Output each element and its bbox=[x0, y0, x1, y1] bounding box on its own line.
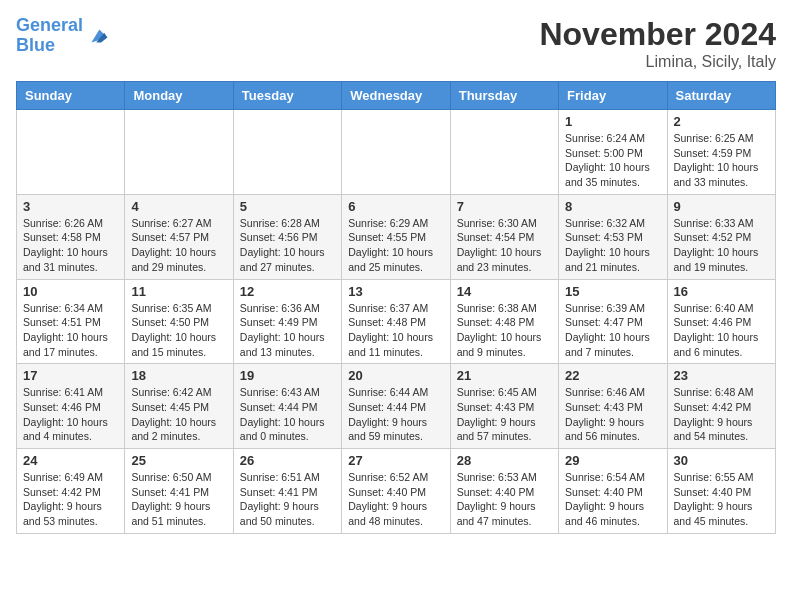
day-info: Sunrise: 6:38 AM Sunset: 4:48 PM Dayligh… bbox=[457, 301, 552, 360]
day-number: 17 bbox=[23, 368, 118, 383]
calendar-week-row: 17Sunrise: 6:41 AM Sunset: 4:46 PM Dayli… bbox=[17, 364, 776, 449]
weekday-header-sunday: Sunday bbox=[17, 82, 125, 110]
day-number: 1 bbox=[565, 114, 660, 129]
weekday-header-friday: Friday bbox=[559, 82, 667, 110]
day-number: 6 bbox=[348, 199, 443, 214]
day-number: 26 bbox=[240, 453, 335, 468]
weekday-header-monday: Monday bbox=[125, 82, 233, 110]
day-number: 28 bbox=[457, 453, 552, 468]
day-number: 9 bbox=[674, 199, 769, 214]
day-info: Sunrise: 6:53 AM Sunset: 4:40 PM Dayligh… bbox=[457, 470, 552, 529]
day-number: 25 bbox=[131, 453, 226, 468]
day-info: Sunrise: 6:36 AM Sunset: 4:49 PM Dayligh… bbox=[240, 301, 335, 360]
day-number: 27 bbox=[348, 453, 443, 468]
day-info: Sunrise: 6:35 AM Sunset: 4:50 PM Dayligh… bbox=[131, 301, 226, 360]
calendar-cell bbox=[342, 110, 450, 195]
calendar-cell: 11Sunrise: 6:35 AM Sunset: 4:50 PM Dayli… bbox=[125, 279, 233, 364]
calendar-cell: 27Sunrise: 6:52 AM Sunset: 4:40 PM Dayli… bbox=[342, 449, 450, 534]
calendar-cell: 17Sunrise: 6:41 AM Sunset: 4:46 PM Dayli… bbox=[17, 364, 125, 449]
calendar-cell: 29Sunrise: 6:54 AM Sunset: 4:40 PM Dayli… bbox=[559, 449, 667, 534]
calendar-cell: 9Sunrise: 6:33 AM Sunset: 4:52 PM Daylig… bbox=[667, 194, 775, 279]
weekday-header-row: SundayMondayTuesdayWednesdayThursdayFrid… bbox=[17, 82, 776, 110]
calendar-week-row: 10Sunrise: 6:34 AM Sunset: 4:51 PM Dayli… bbox=[17, 279, 776, 364]
day-info: Sunrise: 6:32 AM Sunset: 4:53 PM Dayligh… bbox=[565, 216, 660, 275]
logo-line1: General bbox=[16, 15, 83, 35]
day-info: Sunrise: 6:42 AM Sunset: 4:45 PM Dayligh… bbox=[131, 385, 226, 444]
calendar-cell: 1Sunrise: 6:24 AM Sunset: 5:00 PM Daylig… bbox=[559, 110, 667, 195]
day-info: Sunrise: 6:24 AM Sunset: 5:00 PM Dayligh… bbox=[565, 131, 660, 190]
day-number: 8 bbox=[565, 199, 660, 214]
day-info: Sunrise: 6:49 AM Sunset: 4:42 PM Dayligh… bbox=[23, 470, 118, 529]
calendar-cell bbox=[233, 110, 341, 195]
calendar-cell: 13Sunrise: 6:37 AM Sunset: 4:48 PM Dayli… bbox=[342, 279, 450, 364]
calendar-cell: 8Sunrise: 6:32 AM Sunset: 4:53 PM Daylig… bbox=[559, 194, 667, 279]
calendar-week-row: 3Sunrise: 6:26 AM Sunset: 4:58 PM Daylig… bbox=[17, 194, 776, 279]
calendar-cell: 10Sunrise: 6:34 AM Sunset: 4:51 PM Dayli… bbox=[17, 279, 125, 364]
calendar-cell: 26Sunrise: 6:51 AM Sunset: 4:41 PM Dayli… bbox=[233, 449, 341, 534]
day-number: 16 bbox=[674, 284, 769, 299]
day-number: 10 bbox=[23, 284, 118, 299]
day-info: Sunrise: 6:39 AM Sunset: 4:47 PM Dayligh… bbox=[565, 301, 660, 360]
day-number: 2 bbox=[674, 114, 769, 129]
calendar-cell: 4Sunrise: 6:27 AM Sunset: 4:57 PM Daylig… bbox=[125, 194, 233, 279]
day-number: 14 bbox=[457, 284, 552, 299]
calendar-cell: 12Sunrise: 6:36 AM Sunset: 4:49 PM Dayli… bbox=[233, 279, 341, 364]
day-info: Sunrise: 6:37 AM Sunset: 4:48 PM Dayligh… bbox=[348, 301, 443, 360]
calendar-cell bbox=[17, 110, 125, 195]
day-number: 19 bbox=[240, 368, 335, 383]
weekday-header-tuesday: Tuesday bbox=[233, 82, 341, 110]
calendar-cell: 19Sunrise: 6:43 AM Sunset: 4:44 PM Dayli… bbox=[233, 364, 341, 449]
day-info: Sunrise: 6:54 AM Sunset: 4:40 PM Dayligh… bbox=[565, 470, 660, 529]
calendar-cell: 7Sunrise: 6:30 AM Sunset: 4:54 PM Daylig… bbox=[450, 194, 558, 279]
page-header: General Blue November 2024 Limina, Sicil… bbox=[16, 16, 776, 71]
day-info: Sunrise: 6:46 AM Sunset: 4:43 PM Dayligh… bbox=[565, 385, 660, 444]
title-block: November 2024 Limina, Sicily, Italy bbox=[539, 16, 776, 71]
day-number: 13 bbox=[348, 284, 443, 299]
weekday-header-thursday: Thursday bbox=[450, 82, 558, 110]
calendar-body: 1Sunrise: 6:24 AM Sunset: 5:00 PM Daylig… bbox=[17, 110, 776, 534]
day-number: 22 bbox=[565, 368, 660, 383]
day-info: Sunrise: 6:26 AM Sunset: 4:58 PM Dayligh… bbox=[23, 216, 118, 275]
calendar-cell: 21Sunrise: 6:45 AM Sunset: 4:43 PM Dayli… bbox=[450, 364, 558, 449]
logo-text: General Blue bbox=[16, 16, 83, 56]
day-number: 29 bbox=[565, 453, 660, 468]
day-info: Sunrise: 6:34 AM Sunset: 4:51 PM Dayligh… bbox=[23, 301, 118, 360]
calendar-cell: 20Sunrise: 6:44 AM Sunset: 4:44 PM Dayli… bbox=[342, 364, 450, 449]
day-number: 12 bbox=[240, 284, 335, 299]
calendar-table: SundayMondayTuesdayWednesdayThursdayFrid… bbox=[16, 81, 776, 534]
calendar-cell: 3Sunrise: 6:26 AM Sunset: 4:58 PM Daylig… bbox=[17, 194, 125, 279]
logo: General Blue bbox=[16, 16, 109, 56]
calendar-cell: 23Sunrise: 6:48 AM Sunset: 4:42 PM Dayli… bbox=[667, 364, 775, 449]
day-number: 4 bbox=[131, 199, 226, 214]
day-info: Sunrise: 6:50 AM Sunset: 4:41 PM Dayligh… bbox=[131, 470, 226, 529]
weekday-header-saturday: Saturday bbox=[667, 82, 775, 110]
day-number: 20 bbox=[348, 368, 443, 383]
day-info: Sunrise: 6:52 AM Sunset: 4:40 PM Dayligh… bbox=[348, 470, 443, 529]
day-info: Sunrise: 6:48 AM Sunset: 4:42 PM Dayligh… bbox=[674, 385, 769, 444]
day-info: Sunrise: 6:25 AM Sunset: 4:59 PM Dayligh… bbox=[674, 131, 769, 190]
day-number: 24 bbox=[23, 453, 118, 468]
day-info: Sunrise: 6:44 AM Sunset: 4:44 PM Dayligh… bbox=[348, 385, 443, 444]
calendar-cell: 24Sunrise: 6:49 AM Sunset: 4:42 PM Dayli… bbox=[17, 449, 125, 534]
calendar-cell: 16Sunrise: 6:40 AM Sunset: 4:46 PM Dayli… bbox=[667, 279, 775, 364]
day-number: 21 bbox=[457, 368, 552, 383]
calendar-cell: 25Sunrise: 6:50 AM Sunset: 4:41 PM Dayli… bbox=[125, 449, 233, 534]
day-info: Sunrise: 6:51 AM Sunset: 4:41 PM Dayligh… bbox=[240, 470, 335, 529]
calendar-cell: 30Sunrise: 6:55 AM Sunset: 4:40 PM Dayli… bbox=[667, 449, 775, 534]
day-number: 23 bbox=[674, 368, 769, 383]
calendar-week-row: 24Sunrise: 6:49 AM Sunset: 4:42 PM Dayli… bbox=[17, 449, 776, 534]
calendar-cell: 5Sunrise: 6:28 AM Sunset: 4:56 PM Daylig… bbox=[233, 194, 341, 279]
day-info: Sunrise: 6:43 AM Sunset: 4:44 PM Dayligh… bbox=[240, 385, 335, 444]
calendar-cell bbox=[450, 110, 558, 195]
location: Limina, Sicily, Italy bbox=[539, 53, 776, 71]
calendar-cell: 22Sunrise: 6:46 AM Sunset: 4:43 PM Dayli… bbox=[559, 364, 667, 449]
day-number: 30 bbox=[674, 453, 769, 468]
logo-icon bbox=[85, 24, 109, 48]
calendar-week-row: 1Sunrise: 6:24 AM Sunset: 5:00 PM Daylig… bbox=[17, 110, 776, 195]
day-number: 3 bbox=[23, 199, 118, 214]
day-info: Sunrise: 6:33 AM Sunset: 4:52 PM Dayligh… bbox=[674, 216, 769, 275]
calendar-cell: 14Sunrise: 6:38 AM Sunset: 4:48 PM Dayli… bbox=[450, 279, 558, 364]
day-number: 5 bbox=[240, 199, 335, 214]
day-number: 7 bbox=[457, 199, 552, 214]
calendar-cell: 2Sunrise: 6:25 AM Sunset: 4:59 PM Daylig… bbox=[667, 110, 775, 195]
